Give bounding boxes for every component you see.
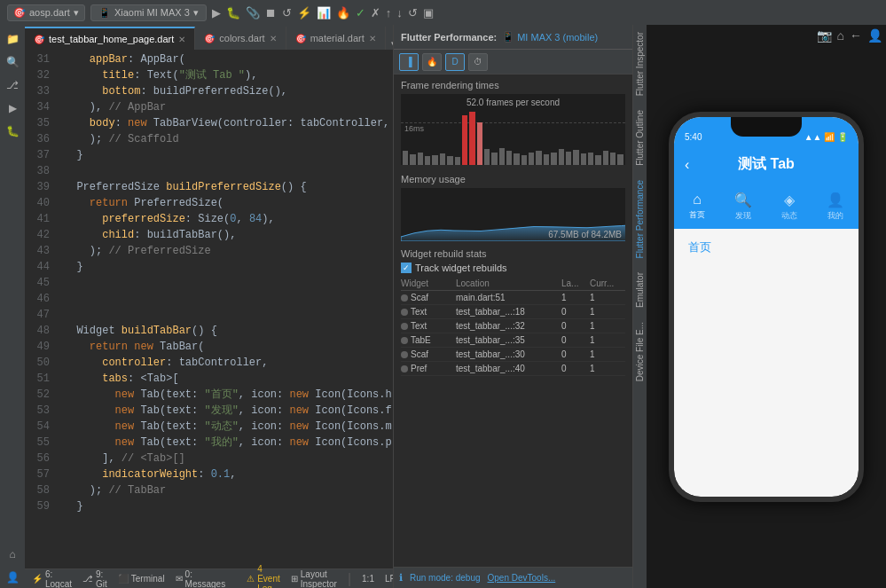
back-icon[interactable]: ← [850,28,862,43]
git-push-icon[interactable]: ↑ [386,6,392,20]
open-devtools-btn[interactable]: Open DevTools... [488,573,556,583]
tab-close-2[interactable]: ✕ [369,34,376,43]
event-log-tab[interactable]: ⚠ 4 Event Log [247,564,280,588]
stop-icon[interactable]: ⏹ [265,6,277,20]
tabs-overflow-button[interactable]: ▾ [386,38,393,50]
sidebar-search-icon[interactable]: 🔍 [2,51,23,73]
git-pull-icon[interactable]: ↓ [396,6,403,20]
restart-icon[interactable]: ↺ [282,6,292,20]
sidebar-home-icon[interactable]: ⌂ [2,544,23,565]
messages-icon: ✉ [176,574,183,584]
sidebar-git-icon[interactable]: ⎇ [2,74,23,96]
person-icon[interactable]: 👤 [867,28,882,43]
sidebar-debug-icon[interactable]: 🐛 [2,121,23,142]
terminal-tab[interactable]: ⬛ Terminal [118,574,165,584]
bar-8 [455,157,460,165]
emulator-tab[interactable]: Emulator [633,265,647,315]
phone-tab-bar: ⌂ 首页 🔍 发现 ◈ 动态 👤 我的 [674,184,859,229]
coverage-icon[interactable]: 📊 [317,6,331,20]
right-sidebar: Flutter Inspector Flutter Outline Flutte… [632,25,647,588]
perf-flame-chart-btn[interactable]: 🔥 [422,53,442,71]
bar-21 [551,153,556,165]
project-selector[interactable]: 🎯 aosp.dart ▾ [7,4,85,21]
code-line-51: tabs: <Tab>[ [64,371,393,387]
bar-14 [499,148,505,165]
perf-clock-btn[interactable]: ⏱ [468,53,488,71]
logcat-tab[interactable]: ⚡ 6: Logcat [32,569,72,589]
col-location: Location [456,278,560,288]
flutter-performance-tab[interactable]: Flutter Performance [633,173,647,265]
table-row[interactable]: Scaf test_tabbar_...:30 0 1 [401,348,625,362]
bar-16 [514,153,519,165]
rebuild-section-title: Widget rebuild stats [401,248,625,259]
layout-inspector-icon: ⊞ [291,574,298,584]
code-line-58: ); // TabBar [64,482,393,498]
perf-bar-chart-btn[interactable]: ▐ [399,53,419,71]
home-icon[interactable]: ⌂ [837,28,844,43]
code-line-32: title: Text("测试 Tab "), [64,67,393,83]
messages-tab[interactable]: ✉ 0: Messages [176,569,226,589]
hot-reload-icon[interactable]: ⚡ [297,6,311,20]
tab-close-1[interactable]: ✕ [270,34,277,43]
run-icon[interactable]: ▶ [212,6,221,20]
attach-icon[interactable]: 📎 [246,6,260,20]
phone-tab-discover[interactable]: 🔍 发现 [720,192,766,222]
code-line-42: child: buildTabBar(), [64,227,393,243]
layout-inspector-tab[interactable]: ⊞ Layout Inspector [291,569,337,589]
layout-icon[interactable]: ▣ [423,6,434,20]
code-line-36: ); // Scaffold [64,131,393,147]
perf-dart-btn[interactable]: D [445,53,465,71]
bar-28 [603,151,608,165]
flutter-outline-tab[interactable]: Flutter Outline [633,103,647,173]
location-col-1: test_tabbar_...:18 [456,307,560,317]
undo-icon[interactable]: ↺ [408,6,418,20]
tab-colors[interactable]: 🎯 colors.dart ✕ [195,27,286,50]
sidebar-project-icon[interactable]: 📁 [2,28,23,50]
phone-content-label: 首页 [681,236,851,259]
table-row[interactable]: Text test_tabbar_...:32 0 1 [401,319,625,333]
sidebar-run-icon[interactable]: ▶ [2,98,23,119]
tab-close-0[interactable]: ✕ [178,35,185,44]
debug-icon[interactable]: 🐛 [226,6,240,20]
tab-test-tabbar[interactable]: 🎯 test_tabbar_home_page.dart ✕ [25,27,195,50]
code-content[interactable]: appBar: AppBar( title: Text("测试 Tab "), … [57,50,393,568]
sidebar-person-icon[interactable]: 👤 [2,567,23,588]
last-col-3: 0 [561,335,588,345]
git-tab[interactable]: ⎇ 9: Git [82,569,107,589]
code-line-49: return new TabBar( [64,339,393,355]
last-col-5: 0 [561,364,588,373]
col-widget: Widget [401,278,454,288]
widget-col-3: TabE [401,335,454,345]
perf-header: Flutter Performance: 📱 MI MAX 3 (mobile) [394,25,632,50]
current-col-2: 1 [590,321,625,331]
code-line-35: body: new TabBarView(controller: tabCont… [64,115,393,131]
phone-tab-dynamic[interactable]: ◈ 动态 [766,192,812,222]
col-current: Curr... [590,278,625,288]
tab-material[interactable]: 🎯 material.dart ✕ [286,27,386,50]
flutter-inspector-tab[interactable]: Flutter Inspector [633,25,647,103]
table-row[interactable]: Pref test_tabbar_...:40 0 1 [401,362,625,376]
phone-tab-home[interactable]: ⌂ 首页 [674,192,720,221]
table-row[interactable]: Scaf main.dart:51 1 1 [401,291,625,305]
bar-17 [521,155,527,165]
table-row[interactable]: TabE test_tabbar_...:35 0 1 [401,333,625,348]
warning-icon: ⚠ [247,574,255,584]
profiler-icon[interactable]: 🔥 [336,6,350,20]
phone-tab-mine[interactable]: 👤 我的 [812,192,859,222]
perf-bottom-bar: ℹ Run mode: debug Open DevTools... [394,567,632,588]
git-cross-icon[interactable]: ✗ [371,6,380,20]
phone-back-btn[interactable]: ‹ [685,157,689,173]
table-row[interactable]: Text test_tabbar_...:18 0 1 [401,305,625,319]
screenshot-icon[interactable]: 📷 [817,28,832,43]
home-tab-label: 首页 [689,209,705,221]
current-col-5: 1 [590,364,625,373]
widget-col-4: Scaf [401,349,454,359]
code-line-31: appBar: AppBar( [64,51,393,67]
git-checkmark-icon[interactable]: ✓ [356,6,365,20]
device-selector[interactable]: 📱 Xiaomi MI MAX 3 ▾ [90,4,207,21]
device-file-tab[interactable]: Device File E... [633,315,647,388]
track-rebuilds-checkbox[interactable]: ✓ [401,263,412,273]
col-last: La... [561,278,588,288]
bar-27 [595,155,600,165]
location-col-2: test_tabbar_...:32 [456,321,560,331]
